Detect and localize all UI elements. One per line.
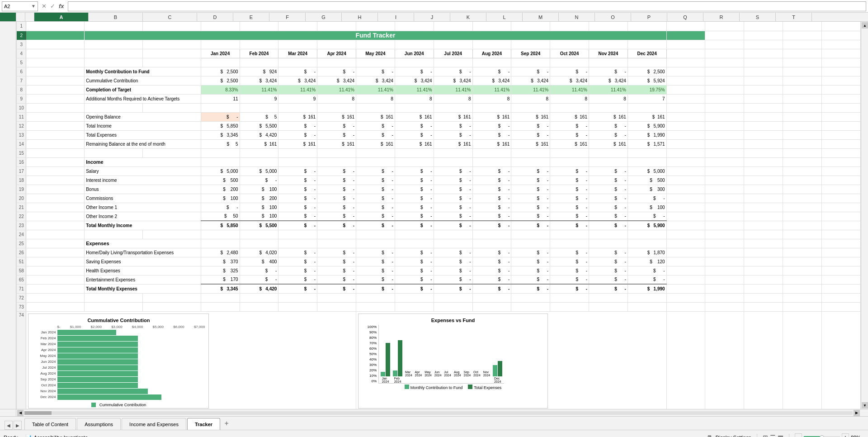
formula-icons: ✕ ✓ fx [40,3,66,10]
table-row: 51 Saving Expenses $ 370 $ 400 $ - $ - $… [17,257,861,266]
chart-row: 74 Cummulative Contribution $-$1,000$2,0… [17,311,861,409]
status-bar: Ready 📊 Accessibility: Investigate 🖥 Dis… [0,430,868,437]
col-header-n[interactable]: N [559,13,595,21]
other-income1-label: Other Income 1 [85,203,201,212]
col-header-l[interactable]: L [486,13,523,21]
table-row: 18 Interest income $ 500 $ - $ - $ - $ -… [17,176,861,185]
grid-area[interactable]: 1 2 Fund Tracker 3 4 [16,22,861,409]
table-row: 5 [17,58,861,67]
saving-expenses-label: Saving Expenses [85,257,201,266]
col-header-k[interactable]: K [450,13,486,21]
col-header-rownum2 [25,13,34,21]
zoom-control[interactable]: − + 80% [795,433,864,437]
display-settings-icon[interactable]: 🖥 [707,434,712,437]
col-header-b[interactable]: B [89,13,143,21]
table-row: 22 Other Income 2 $ 50 $ 100 $ - $ - $ -… [17,212,861,221]
cumulative-chart-title: Cummulative Contribution [32,318,205,323]
function-icon[interactable]: fx [59,3,64,10]
tab-scroll-left[interactable]: ◀ [5,421,13,430]
table-row: 19 Bonus $ 200 $ 100 $ - $ - $ - $ - $ -… [17,185,861,194]
table-row: 58 Health Expenses $ 325 $ - $ - $ - $ -… [17,266,861,275]
table-row: 3 [17,40,861,49]
home-living-label: Home/Daily Living/Transportation Expense… [85,248,201,257]
expenses-section-label: Expenses [85,239,201,248]
tab-assumptions[interactable]: Assumptions [77,418,121,430]
col-header-h[interactable]: H [342,13,378,21]
col-header-i[interactable]: I [378,13,414,21]
vertical-scrollbar[interactable]: ▲ ▼ [861,22,868,409]
table-row: 65 Entertainment Expenses $ 170 $ - $ - … [17,275,861,284]
col-header-a[interactable]: A [34,13,89,21]
formula-input[interactable] [68,1,866,11]
confirm-icon[interactable]: ✓ [50,3,55,10]
total-expenses-label: Total Expenses [85,130,201,139]
table-row: 16 Income [17,157,861,166]
total-monthly-expenses-label: Total Monthly Expenses [85,284,201,293]
col-header-e[interactable]: E [233,13,269,21]
tab-table-of-content[interactable]: Table of Content [24,418,76,430]
monthly-contribution-label: Monthly Contribution to Fund [85,67,201,76]
cancel-icon[interactable]: ✕ [42,3,47,10]
page-layout-button[interactable]: ☰ [770,434,776,437]
col-header-m[interactable]: M [523,13,559,21]
col-header-j[interactable]: J [414,13,450,21]
add-tab-button[interactable]: + [221,418,232,429]
fund-tracker-title: Fund Tracker [85,31,666,40]
accessibility-text[interactable]: Accessibility: Investigate [34,435,88,437]
table-row: 26 Home/Daily Living/Transportation Expe… [17,248,861,257]
tab-scroll-right[interactable]: ▶ [14,421,22,430]
table-row: 71 Total Monthly Expenses $ 3,345 $ 4,42… [17,284,861,293]
table-row: 9 Additional Months Required to Achieve … [17,94,861,103]
table-row: 17 Salary $ 5,000 $ 5,000 $ - $ - $ - $ … [17,166,861,176]
workbook-icon: 📊 [25,434,32,437]
display-settings-text[interactable]: Display Settings [716,435,751,437]
tab-income-expenses[interactable]: Income and Expenses [122,418,186,430]
cumulative-chart: Cummulative Contribution $-$1,000$2,000$… [28,314,209,408]
zoom-out-button[interactable]: − [795,433,802,437]
table-row: 24 [17,230,861,239]
col-header-f[interactable]: F [269,13,306,21]
horizontal-scrollbar-thumb[interactable] [24,411,52,415]
col-header-t[interactable]: T [776,13,812,21]
zoom-level: 80% [851,435,864,437]
col-header-o[interactable]: O [595,13,631,21]
tab-tracker[interactable]: Tracker [187,418,220,430]
chart-legend-contribution: Cummulative Contribution [99,403,146,407]
col-header-r[interactable]: R [703,13,740,21]
expenses-chart-title: Expenses vs Fund [362,318,544,323]
table-row: 7 Cummulative Contribution $ 2,500 $ 3,4… [17,76,861,85]
interest-income-label: Interest income [85,176,201,185]
table-row: 14 Remaining Balance at the end of month… [17,139,861,148]
col-header-s[interactable]: S [740,13,776,21]
tab-bar: ◀ ▶ Table of Content Assumptions Income … [0,416,868,430]
scroll-left-button[interactable]: ◀ [17,410,24,416]
cumulative-label: Cummulative Contribution [85,76,201,85]
entertainment-label: Entertainment Expenses [85,275,201,284]
zoom-thumb[interactable] [820,435,824,437]
table-row: 21 Other Income 1 $ - $ 100 $ - $ - $ - … [17,203,861,212]
remaining-balance-label: Remaining Balance at the end of month [85,139,201,148]
table-row: 6 Monthly Contribution to Fund $ 2,500 $… [17,67,861,76]
normal-view-button[interactable]: ⊞ [763,434,768,437]
bonus-label: Bonus [85,185,201,194]
col-header-g[interactable]: G [306,13,342,21]
col-header-q[interactable]: Q [667,13,703,21]
salary-label: Salary [85,166,201,176]
page-break-button[interactable]: ▦ [778,434,783,437]
col-header-d[interactable]: D [197,13,233,21]
expenses-chart: Expenses vs Fund 100%90%80%70%60%50%40%3… [358,314,548,408]
completion-label: Completion of Target [85,85,201,94]
health-expenses-label: Health Expenses [85,266,201,275]
horizontal-scrollbar-track[interactable] [24,411,853,415]
table-row: 23 Total Monthly Income $ 5,850 $ 5,500 … [17,221,861,230]
table-row: 20 Commissions $ 100 $ 200 $ - $ - $ - $… [17,194,861,203]
col-header-c[interactable]: C [143,13,197,21]
name-box[interactable]: A2 ▼ [2,1,38,11]
zoom-in-button[interactable]: + [842,433,849,437]
chart-legend-monthly: Monthly Contribution to Fund [410,385,463,390]
scroll-right-button[interactable]: ▶ [854,410,860,416]
status-divider2 [789,434,789,437]
col-header-p[interactable]: P [631,13,667,21]
col-header-rownum [16,13,25,21]
table-row: 25 Expenses [17,239,861,248]
